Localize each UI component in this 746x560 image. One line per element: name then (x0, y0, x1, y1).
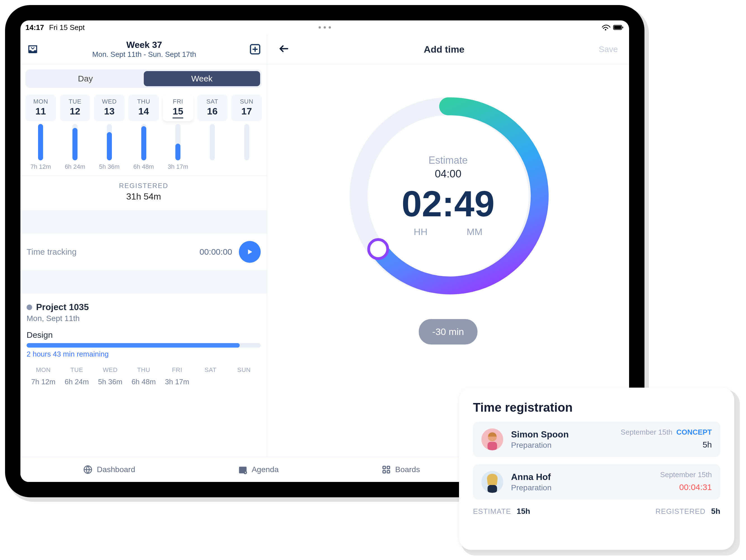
day-num: 14 (139, 106, 149, 117)
day-sun[interactable]: SUN17 (231, 94, 262, 121)
estimate-caption: Estimate (429, 155, 468, 166)
entry-tag: CONCEPT (676, 428, 712, 437)
avatar (481, 428, 503, 450)
day-bar: 5h 36m (94, 124, 124, 170)
registered-caption: REGISTERED (21, 182, 267, 190)
day-bar: 3h 17m (163, 124, 193, 170)
day-abbr: SAT (206, 98, 219, 105)
weekstrip-tue: TUE6h 24m (60, 366, 94, 386)
weekstrip-sat: SAT (194, 366, 227, 386)
svg-rect-12 (387, 466, 390, 469)
tracking-title: Time tracking (27, 247, 77, 257)
week-range: Mon. Sept 11th - Sun. Sept 17th (92, 50, 196, 59)
task-name: Design (27, 330, 261, 340)
time-dial[interactable]: Estimate 04:00 02:49 HH MM (342, 89, 554, 302)
day-num: 15 (173, 106, 183, 118)
time-entry[interactable]: Simon Spoon Preparation September 15th C… (473, 422, 720, 457)
entry-duration: 5h (702, 440, 712, 449)
selected-time: 02:49 (402, 183, 495, 225)
day-abbr: MON (33, 98, 48, 105)
svg-rect-3 (622, 27, 623, 28)
popup-title: Time registration (473, 400, 720, 415)
task-remaining: 2 hours 43 min remaining (27, 350, 261, 359)
entry-date: September 15th (660, 471, 712, 479)
tracking-timer: 00:00:00 (199, 247, 232, 257)
day-sat[interactable]: SAT16 (197, 94, 228, 121)
project-date: Mon, Sept 11th (27, 314, 261, 323)
avatar (481, 471, 503, 493)
day-bar: 6h 24m (60, 124, 90, 170)
weekstrip-fri: FRI3h 17m (160, 366, 194, 386)
popup-estimate-value: 15h (517, 507, 530, 515)
week-number: Week 37 (92, 40, 196, 50)
popup-registered-caption: REGISTERED (655, 507, 706, 515)
svg-rect-21 (488, 485, 497, 493)
play-button[interactable] (239, 241, 261, 263)
section-gap (21, 270, 267, 293)
status-date: Fri 15 Sept (49, 23, 85, 32)
weekstrip-sun: SUN (227, 366, 261, 386)
time-registration-card: Time registration Simon Spoon Preparatio… (459, 388, 734, 550)
day-bar (197, 124, 228, 170)
day-tue[interactable]: TUE12 (60, 94, 90, 121)
project-block[interactable]: Project 1035 Mon, Sept 11th (21, 293, 267, 323)
nav-agenda[interactable]: Agenda (238, 465, 279, 475)
inbox-icon[interactable] (26, 43, 39, 56)
day-abbr: WED (102, 98, 117, 105)
estimate-value: 04:00 (435, 168, 461, 180)
status-bar: 14:17 Fri 15 Sept (21, 21, 629, 34)
day-week-toggle: Day Week (25, 69, 262, 88)
weekstrip-thu: THU6h 48m (127, 366, 161, 386)
day-bar (231, 124, 262, 170)
svg-rect-18 (488, 442, 497, 450)
registered-value: 31h 54m (21, 191, 267, 202)
time-tracking-row: Time tracking 00:00:00 (21, 234, 267, 270)
day-fri[interactable]: FRI15 (163, 94, 193, 121)
nav-dashboard-label: Dashboard (97, 465, 135, 474)
entry-date: September 15th (621, 428, 672, 437)
popup-footer: ESTIMATE15h REGISTERED5h (473, 507, 720, 516)
left-pane: Week 37 Mon. Sept 11th - Sun. Sept 17th … (21, 34, 267, 482)
day-wed[interactable]: WED13 (94, 94, 124, 121)
status-icons (602, 24, 624, 31)
svg-rect-2 (614, 26, 621, 29)
nav-dashboard[interactable]: Dashboard (83, 465, 135, 475)
add-button[interactable] (249, 43, 261, 55)
day-num: 16 (207, 106, 218, 117)
grab-handle-icon (319, 26, 331, 29)
popup-registered-value: 5h (711, 507, 720, 515)
hh-label: HH (414, 226, 427, 237)
day-abbr: FRI (173, 98, 183, 105)
day-abbr: THU (137, 98, 150, 105)
day-bars: 7h 12m6h 24m5h 36m6h 48m3h 17m (21, 124, 267, 170)
svg-rect-11 (383, 466, 385, 469)
mm-label: MM (466, 226, 483, 237)
nav-boards[interactable]: Boards (381, 465, 420, 475)
weekstrip-mon: MON7h 12m (27, 366, 60, 386)
toggle-week[interactable]: Week (144, 71, 260, 86)
back-button[interactable] (278, 43, 289, 55)
save-button[interactable]: Save (599, 45, 618, 54)
day-thu[interactable]: THU14 (128, 94, 159, 121)
dial-center: Estimate 04:00 02:49 HH MM (342, 89, 554, 302)
minus-30-button[interactable]: -30 min (419, 319, 477, 344)
popup-estimate-caption: ESTIMATE (473, 507, 511, 515)
day-num: 17 (241, 106, 252, 117)
svg-point-0 (605, 29, 606, 30)
day-mon[interactable]: MON11 (25, 94, 56, 121)
nav-boards-label: Boards (395, 465, 420, 474)
day-abbr: TUE (68, 98, 81, 105)
nav-agenda-label: Agenda (252, 465, 279, 474)
week-title: Week 37 Mon. Sept 11th - Sun. Sept 17th (92, 40, 196, 59)
day-num: 12 (70, 106, 80, 117)
weekstrip-wed: WED5h 36m (93, 366, 127, 386)
project-name: Project 1035 (36, 302, 89, 312)
project-dot-icon (27, 305, 32, 310)
task-block[interactable]: Design 2 hours 43 min remaining (21, 323, 267, 361)
time-entry[interactable]: Anna Hof Preparation September 15th 00:0… (473, 464, 720, 500)
section-gap (21, 210, 267, 234)
day-num: 11 (35, 106, 46, 117)
registered-summary: REGISTERED 31h 54m (21, 176, 267, 210)
toggle-day[interactable]: Day (27, 71, 144, 86)
status-time: 14:17 (25, 23, 44, 32)
